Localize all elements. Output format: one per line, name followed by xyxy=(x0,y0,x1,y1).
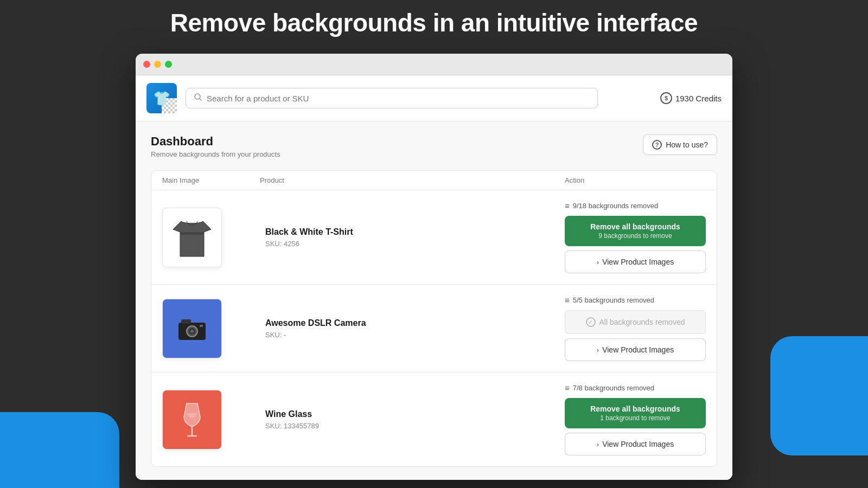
product-info-wineglass: Wine Glass SKU: 133455789 xyxy=(260,409,565,430)
app-logo: 👕 xyxy=(146,83,177,113)
product-image-tshirt xyxy=(162,208,222,267)
all-removed-button-camera: ✓ All backgrounds removed xyxy=(565,310,706,334)
app-content: 👕 $ 1 xyxy=(136,75,732,480)
mac-window: 👕 $ 1 xyxy=(136,54,732,480)
remove-all-bg-button-wineglass[interactable]: Remove all backgrounds 1 background to r… xyxy=(565,398,706,428)
nav-bar: 👕 $ 1 xyxy=(136,75,732,121)
bg-status-wineglass: ≡ 7/8 backgrounds removed xyxy=(565,383,706,393)
action-area-tshirt: ≡ 9/18 backgrounds removed Remove all ba… xyxy=(565,201,706,273)
view-images-label-camera: View Product Images xyxy=(602,345,674,354)
remove-bg-main-label-wineglass: Remove all backgrounds xyxy=(573,404,697,413)
col-header-product: Product xyxy=(260,176,565,184)
main-content: Dashboard Remove backgrounds from your p… xyxy=(136,121,732,480)
how-to-label: How to use? xyxy=(666,140,708,149)
product-sku-wineglass: SKU: 133455789 xyxy=(265,422,565,430)
product-sku-camera: SKU: - xyxy=(265,331,565,339)
title-bar xyxy=(136,54,732,75)
product-name-camera: Awesome DSLR Camera xyxy=(265,318,565,328)
product-sku-tshirt: SKU: 4256 xyxy=(265,240,565,248)
list-icon: ≡ xyxy=(565,201,570,210)
maximize-button[interactable] xyxy=(165,61,172,68)
svg-rect-4 xyxy=(181,319,191,324)
search-bar xyxy=(186,88,598,108)
product-table: Main Image Product Action xyxy=(151,170,717,467)
table-header: Main Image Product Action xyxy=(151,171,717,190)
dashboard-header: Dashboard Remove backgrounds from your p… xyxy=(151,134,717,158)
svg-line-1 xyxy=(200,99,202,101)
close-button[interactable] xyxy=(143,61,150,68)
action-area-wineglass: ≡ 7/8 backgrounds removed Remove all bac… xyxy=(565,383,706,455)
camera-image xyxy=(163,299,221,358)
view-images-button-camera[interactable]: › View Product Images xyxy=(565,338,706,361)
check-icon: ✓ xyxy=(586,317,596,327)
wineglass-image xyxy=(163,390,221,449)
bg-status-camera: ≡ 5/5 backgrounds removed xyxy=(565,296,706,305)
remove-bg-sub-label-wineglass: 1 background to remove xyxy=(573,414,697,422)
table-row: Black & White T-Shirt SKU: 4256 ≡ 9/18 b… xyxy=(151,190,717,285)
question-mark-icon: ? xyxy=(652,140,662,150)
product-name-wineglass: Wine Glass xyxy=(265,409,565,419)
tshirt-image xyxy=(168,213,216,262)
how-to-button[interactable]: ? How to use? xyxy=(643,134,717,155)
remove-bg-main-label-tshirt: Remove all backgrounds xyxy=(573,222,697,231)
action-area-camera: ≡ 5/5 backgrounds removed ✓ All backgrou… xyxy=(565,296,706,361)
page-wrapper: Remove backgrounds in an intuitive inter… xyxy=(0,0,868,488)
chevron-right-icon: › xyxy=(597,258,599,266)
dashboard-title-group: Dashboard Remove backgrounds from your p… xyxy=(151,134,280,158)
bg-status-text-wineglass: 7/8 backgrounds removed xyxy=(573,384,654,392)
dashboard-subtitle: Remove backgrounds from your products xyxy=(151,150,280,158)
view-images-button-tshirt[interactable]: › View Product Images xyxy=(565,251,706,273)
product-info-tshirt: Black & White T-Shirt SKU: 4256 xyxy=(260,227,565,248)
svg-rect-2 xyxy=(180,232,204,235)
dashboard-title: Dashboard xyxy=(151,134,280,149)
list-icon: ≡ xyxy=(565,383,570,393)
product-info-camera: Awesome DSLR Camera SKU: - xyxy=(260,318,565,339)
view-images-button-wineglass[interactable]: › View Product Images xyxy=(565,433,706,455)
product-image-wineglass xyxy=(162,390,222,450)
product-image-camera xyxy=(162,299,222,358)
table-row: Awesome DSLR Camera SKU: - ≡ 5/5 backgro… xyxy=(151,285,717,373)
credits-text: 1930 Credits xyxy=(675,94,722,103)
remove-all-bg-button-tshirt[interactable]: Remove all backgrounds 9 backgrounds to … xyxy=(565,216,706,246)
col-header-action: Action xyxy=(565,176,706,184)
table-row: Wine Glass SKU: 133455789 ≡ 7/8 backgrou… xyxy=(151,373,717,466)
col-header-main-image: Main Image xyxy=(162,176,260,184)
bg-status-text-tshirt: 9/18 backgrounds removed xyxy=(573,202,659,210)
traffic-lights xyxy=(143,61,172,68)
chevron-right-icon: › xyxy=(597,346,599,354)
credits-icon: $ xyxy=(660,92,672,104)
bg-status-tshirt: ≡ 9/18 backgrounds removed xyxy=(565,201,706,210)
all-removed-label-camera: All backgrounds removed xyxy=(599,318,685,326)
chevron-right-icon: › xyxy=(597,440,599,448)
credits-area: $ 1930 Credits xyxy=(660,92,722,104)
hero-title: Remove backgrounds in an intuitive inter… xyxy=(170,8,698,37)
minimize-button[interactable] xyxy=(154,61,161,68)
product-name-tshirt: Black & White T-Shirt xyxy=(265,227,565,237)
svg-rect-8 xyxy=(200,325,203,327)
svg-point-7 xyxy=(190,330,194,333)
search-icon xyxy=(194,93,202,104)
search-input[interactable] xyxy=(207,94,590,103)
search-input-wrapper xyxy=(186,88,598,108)
view-images-label-wineglass: View Product Images xyxy=(602,440,674,448)
view-images-label-tshirt: View Product Images xyxy=(602,258,674,266)
bg-status-text-camera: 5/5 backgrounds removed xyxy=(573,296,654,304)
remove-bg-sub-label-tshirt: 9 backgrounds to remove xyxy=(573,232,697,240)
list-icon: ≡ xyxy=(565,296,570,305)
